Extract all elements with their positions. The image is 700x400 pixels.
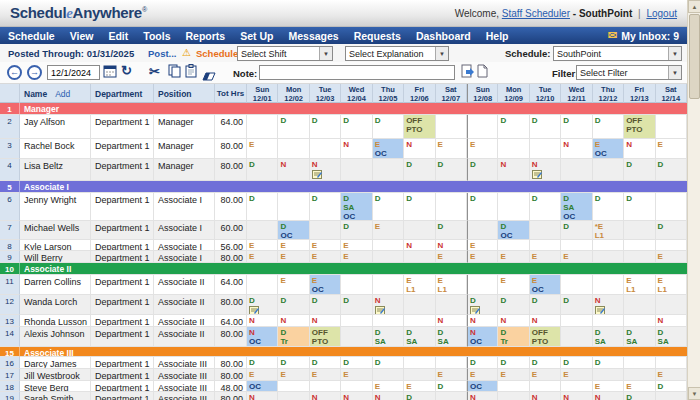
schedule-cell[interactable]: E	[247, 369, 278, 381]
note-icon[interactable]	[470, 306, 497, 315]
note-icon[interactable]	[312, 170, 340, 181]
menu-item-tools[interactable]: Tools	[143, 30, 170, 42]
schedule-cell[interactable]: DSA	[373, 327, 404, 347]
menu-item-set-up[interactable]: Set Up	[240, 30, 273, 42]
schedule-cell[interactable]: D	[436, 381, 467, 392]
schedule-cell[interactable]: N	[404, 139, 435, 159]
schedule-cell[interactable]: D	[656, 381, 687, 392]
menu-item-reports[interactable]: Reports	[186, 30, 226, 42]
schedule-cell[interactable]: E	[561, 251, 592, 263]
schedule-cell[interactable]	[498, 392, 529, 400]
schedule-cell[interactable]	[373, 369, 404, 381]
next-period-button[interactable]: →	[27, 65, 42, 80]
schedule-cell[interactable]: E	[467, 139, 498, 159]
calendar-icon[interactable]	[103, 64, 117, 82]
schedule-cell[interactable]: N	[593, 392, 624, 400]
schedule-cell[interactable]: E	[404, 381, 435, 392]
schedule-cell[interactable]	[593, 369, 624, 381]
schedule-cell[interactable]: EL1	[656, 275, 687, 295]
vertical-scrollbar[interactable]: ▲ ▼	[687, 0, 700, 400]
schedule-cell[interactable]: N	[593, 295, 624, 315]
schedule-cell[interactable]: OFFPTO	[310, 327, 341, 347]
user-link[interactable]: Staff Scheduler	[502, 8, 570, 19]
schedule-cell[interactable]	[624, 295, 655, 315]
schedule-cell[interactable]	[373, 251, 404, 263]
schedule-cell[interactable]: N	[247, 315, 278, 327]
save-note-icon[interactable]	[461, 64, 474, 83]
schedule-cell[interactable]: E	[467, 369, 498, 381]
date-input[interactable]	[47, 65, 100, 80]
schedule-cell[interactable]: DSA	[593, 327, 624, 347]
schedule-cell[interactable]: OFFPTO	[530, 327, 561, 347]
schedule-cell[interactable]: N	[341, 392, 372, 400]
schedule-cell[interactable]: D	[341, 357, 372, 369]
schedule-cell[interactable]: D	[530, 295, 561, 315]
schedule-cell[interactable]: E	[278, 369, 309, 381]
schedule-cell[interactable]: DSA	[436, 327, 467, 347]
schedule-cell[interactable]: D	[404, 159, 435, 181]
schedule-cell[interactable]: E	[467, 251, 498, 263]
schedule-cell[interactable]: D	[593, 357, 624, 369]
schedule-cell[interactable]: D	[624, 193, 655, 221]
note-icon[interactable]	[249, 306, 277, 315]
menu-item-edit[interactable]: Edit	[108, 30, 128, 42]
schedule-cell[interactable]: D	[498, 295, 529, 315]
schedule-cell[interactable]	[561, 315, 592, 327]
schedule-cell[interactable]	[561, 381, 592, 392]
schedule-cell[interactable]	[624, 369, 655, 381]
schedule-cell[interactable]: D	[404, 193, 435, 221]
schedule-cell[interactable]: D	[373, 193, 404, 221]
schedule-cell[interactable]	[373, 159, 404, 181]
schedule-cell[interactable]	[373, 315, 404, 327]
paste-icon[interactable]	[185, 64, 197, 82]
schedule-cell[interactable]	[530, 240, 561, 251]
schedule-cell[interactable]: *EL1	[593, 221, 624, 240]
select-explanation-dropdown[interactable]: Select Explanation ▼	[345, 46, 449, 61]
schedule-cell[interactable]: N	[467, 392, 498, 400]
schedule-cell[interactable]	[467, 221, 498, 240]
schedule-cell[interactable]: D	[341, 295, 372, 315]
schedule-cell[interactable]	[341, 275, 372, 295]
schedule-cell[interactable]	[436, 295, 467, 315]
schedule-cell[interactable]	[530, 381, 561, 392]
scroll-down-button[interactable]: ▼	[688, 387, 700, 400]
new-note-icon[interactable]	[477, 64, 488, 83]
schedule-cell[interactable]: D	[247, 159, 278, 181]
schedule-cell[interactable]: DOC	[278, 221, 309, 240]
schedule-cell[interactable]	[624, 240, 655, 251]
schedule-dropdown[interactable]: SouthPoint ▼	[553, 46, 682, 61]
schedule-cell[interactable]: D	[404, 392, 435, 400]
schedule-cell[interactable]: E	[310, 240, 341, 251]
schedule-cell[interactable]: DSA	[404, 327, 435, 347]
schedule-cell[interactable]: N	[310, 159, 341, 181]
schedule-cell[interactable]	[436, 392, 467, 400]
schedule-cell[interactable]	[593, 240, 624, 251]
schedule-cell[interactable]: N	[247, 392, 278, 400]
schedule-cell[interactable]: DTr	[498, 327, 529, 347]
schedule-cell[interactable]: D	[593, 115, 624, 139]
schedule-cell[interactable]	[436, 115, 467, 139]
scrollbar-thumb[interactable]	[689, 14, 700, 99]
schedule-cell[interactable]: E	[247, 251, 278, 263]
schedule-cell[interactable]: EL1	[624, 275, 655, 295]
schedule-cell[interactable]	[278, 139, 309, 159]
logout-link[interactable]: Logout	[646, 8, 677, 19]
schedule-cell[interactable]	[310, 139, 341, 159]
menu-item-view[interactable]: View	[70, 30, 94, 42]
schedule-cell[interactable]: D	[310, 193, 341, 221]
schedule-cell[interactable]: N	[467, 315, 498, 327]
schedule-cell[interactable]: D	[656, 159, 687, 181]
schedule-cell[interactable]: N	[310, 315, 341, 327]
menu-item-dashboard[interactable]: Dashboard	[416, 30, 471, 42]
schedule-cell[interactable]: DSAOC	[341, 193, 372, 221]
schedule-cell[interactable]: E	[341, 251, 372, 263]
schedule-cell[interactable]	[404, 357, 435, 369]
schedule-cell[interactable]: E	[310, 369, 341, 381]
schedule-cell[interactable]	[341, 381, 372, 392]
schedule-cell[interactable]	[561, 159, 592, 181]
schedule-cell[interactable]: E	[498, 369, 529, 381]
schedule-cell[interactable]	[341, 327, 372, 347]
note-input[interactable]	[259, 65, 455, 80]
schedule-cell[interactable]: D	[498, 115, 529, 139]
schedule-cell[interactable]	[341, 315, 372, 327]
